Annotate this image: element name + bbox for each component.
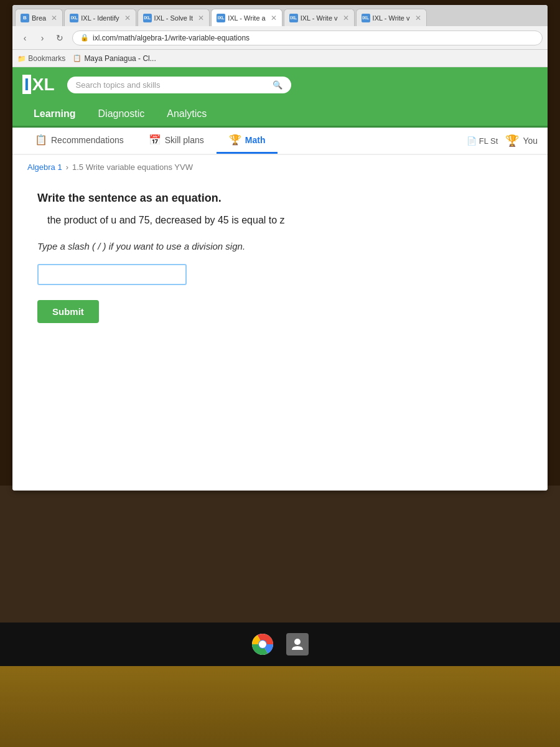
- subnav-math[interactable]: 🏆 Math: [217, 128, 278, 154]
- tab-favicon-write2: IXL: [289, 14, 298, 22]
- tab-favicon-identify: IXL: [70, 14, 78, 22]
- tab-favicon-write-active: IXL: [217, 14, 225, 22]
- chrome-taskbar-icon[interactable]: [251, 633, 274, 655]
- ixl-app: IXL Search topics and skills 🔍 Learning …: [12, 67, 548, 491]
- tab-favicon-solve: IXL: [143, 14, 152, 22]
- breadcrumb-separator: ›: [66, 162, 68, 172]
- maya-bookmark[interactable]: 📋 Maya Paniagua - Cl...: [73, 54, 156, 63]
- tab-bar: B Brea ✕ IXL IXL - Identify ✕ IXL IXL - …: [12, 5, 548, 26]
- ixl-subnav: 📋 Recommendations 📅 Skill plans 🏆 Math 📄…: [12, 128, 548, 155]
- desk: [0, 666, 560, 747]
- svg-point-3: [294, 639, 301, 645]
- tab-close-write-active[interactable]: ✕: [271, 14, 277, 22]
- tab-close-solve[interactable]: ✕: [198, 14, 204, 22]
- nav-item-diagnostic[interactable]: Diagnostic: [87, 102, 156, 126]
- ixl-header: IXL Search topics and skills 🔍: [12, 67, 548, 102]
- url-bar[interactable]: 🔒 ixl.com/math/algebra-1/write-variable-…: [72, 31, 543, 45]
- tab-close-write2[interactable]: ✕: [343, 14, 349, 22]
- tab-ixl-identify[interactable]: IXL IXL - Identify ✕: [64, 9, 136, 26]
- svg-point-2: [259, 641, 266, 648]
- lock-icon: 🔒: [80, 34, 89, 42]
- browser-window: B Brea ✕ IXL IXL - Identify ✕ IXL IXL - …: [12, 5, 548, 491]
- breadcrumb: Algebra 1 › 1.5 Write variable equations…: [12, 155, 548, 179]
- breadcrumb-current: 1.5 Write variable equations YVW: [72, 162, 193, 172]
- ixl-content: Write the sentence as an equation. the p…: [12, 179, 548, 336]
- bookmarks-label: 📁 Bookmarks: [17, 54, 65, 63]
- tab-favicon-brea: B: [21, 14, 29, 22]
- tab-ixl-write2[interactable]: IXL IXL - Write v ✕: [284, 9, 355, 26]
- tab-close-identify[interactable]: ✕: [124, 14, 131, 22]
- reload-button[interactable]: ↻: [52, 31, 67, 45]
- search-bar[interactable]: Search topics and skills 🔍: [67, 77, 291, 93]
- user-taskbar-icon[interactable]: [286, 633, 309, 655]
- search-icon: 🔍: [273, 80, 282, 90]
- skillplans-icon: 📅: [149, 134, 161, 146]
- tab-ixl-write3[interactable]: IXL IXL - Write v ✕: [356, 9, 427, 26]
- trophy-icon: 🏆: [505, 134, 519, 148]
- url-text: ixl.com/math/algebra-1/write-variable-eq…: [93, 34, 250, 42]
- nav-item-analytics[interactable]: Analytics: [156, 102, 218, 126]
- ixl-nav: Learning Diagnostic Analytics: [12, 102, 548, 128]
- problem-title: Write the sentence as an equation.: [37, 192, 523, 205]
- ixl-logo: IXL: [22, 75, 55, 95]
- forward-button[interactable]: ›: [35, 31, 50, 45]
- fl-sts-badge[interactable]: 📄 FL St: [467, 136, 498, 146]
- tab-brea[interactable]: B Brea ✕: [15, 9, 63, 26]
- ixl-logo-i: I: [22, 75, 31, 94]
- recommendations-icon: 📋: [35, 134, 47, 146]
- bookmarks-bar: 📁 Bookmarks 📋 Maya Paniagua - Cl...: [12, 50, 548, 67]
- nav-buttons: ‹ › ↻: [17, 31, 67, 45]
- tab-close-write3[interactable]: ✕: [415, 14, 421, 22]
- breadcrumb-parent[interactable]: Algebra 1: [27, 162, 62, 172]
- nav-item-learning[interactable]: Learning: [22, 102, 87, 126]
- tab-ixl-solve[interactable]: IXL IXL - Solve It ✕: [138, 9, 210, 26]
- fl-icon: 📄: [467, 136, 477, 146]
- address-bar: ‹ › ↻ 🔒 ixl.com/math/algebra-1/write-var…: [12, 26, 548, 50]
- you-badge[interactable]: 🏆 You: [505, 134, 538, 148]
- math-icon: 🏆: [229, 134, 241, 146]
- problem-hint: Type a slash ( / ) if you want to use a …: [37, 241, 523, 251]
- tab-favicon-write3: IXL: [362, 14, 370, 22]
- back-button[interactable]: ‹: [17, 31, 32, 45]
- submit-button[interactable]: Submit: [37, 300, 99, 323]
- subnav-recommendations[interactable]: 📋 Recommendations: [22, 128, 136, 154]
- search-placeholder: Search topics and skills: [76, 80, 161, 90]
- subnav-right: 📄 FL St 🏆 You: [467, 134, 538, 148]
- taskbar: [0, 622, 560, 666]
- tab-close-brea[interactable]: ✕: [51, 14, 57, 22]
- subnav-skillplans[interactable]: 📅 Skill plans: [136, 128, 217, 154]
- answer-input[interactable]: [37, 264, 187, 285]
- tab-ixl-write-active[interactable]: IXL IXL - Write a ✕: [211, 9, 282, 26]
- screen-background: B Brea ✕ IXL IXL - Identify ✕ IXL IXL - …: [0, 0, 560, 486]
- problem-statement: the product of u and 75, decreased by 45…: [37, 215, 523, 226]
